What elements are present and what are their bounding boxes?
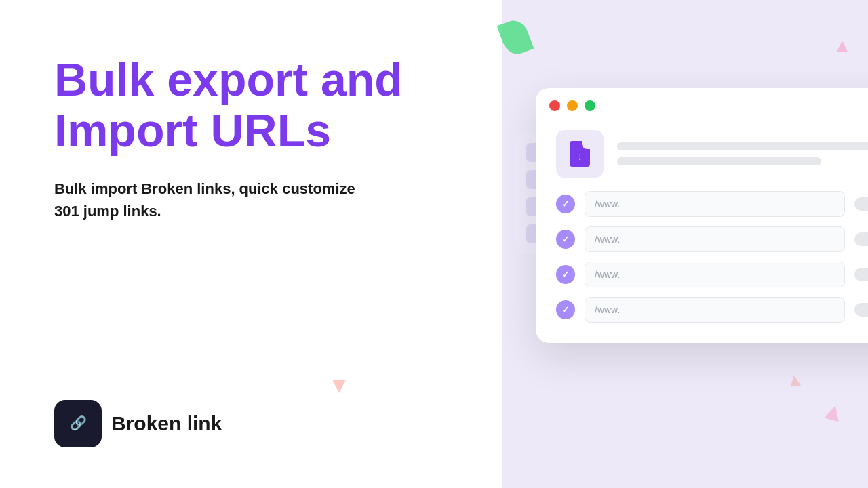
text-bar-long [617,142,868,150]
check-circle-3: ✓ [556,265,575,284]
url-text-1: /www. [595,199,620,209]
heading-line2: Import URLs [54,104,331,156]
svg-text:🔗: 🔗 [70,415,87,431]
url-input-1[interactable]: /www. [585,191,845,217]
url-input-2[interactable]: /www. [585,226,845,252]
heading-line1: Bulk export and [54,54,403,105]
browser-content: ↓ ✓ /www. [536,123,868,343]
deco-pink-bottom-right2 [789,375,802,388]
traffic-dot-yellow[interactable] [567,100,578,111]
file-shape: ↓ [570,141,590,167]
url-row: ✓ /www. [556,191,868,217]
url-row: ✓ /www. [556,262,868,287]
url-input-3[interactable]: /www. [585,262,845,287]
deco-green-leaf [497,17,534,58]
upload-section: ↓ [556,130,868,178]
upload-icon-inner: ↓ [570,141,590,167]
upload-text-bars [617,142,868,165]
browser-window: ↓ ✓ /www. [536,88,868,343]
app-logo-icon: 🔗 [54,400,102,447]
action-placeholder-4 [854,303,868,317]
check-circle-2: ✓ [556,230,575,249]
url-text-2: /www. [595,234,620,245]
main-heading: Bulk export and Import URLs [54,54,448,156]
url-rows-list: ✓ /www. ✓ /www. [556,191,868,323]
url-text-4: /www. [595,304,620,315]
url-row: ✓ /www. [556,297,868,323]
deco-pink-top [837,41,848,52]
url-input-4[interactable]: /www. [585,297,845,323]
left-content: Bulk export and Import URLs Bulk import … [54,54,448,222]
logo-area: 🔗 Broken link [54,400,448,447]
checkmark-icon: ✓ [561,199,570,209]
deco-pink-bottom-right [825,404,843,422]
deco-triangle-bottom-left [332,380,346,393]
check-circle-1: ✓ [556,195,575,214]
checkmark-icon: ✓ [561,304,570,315]
action-placeholder-3 [854,268,868,281]
sub-description: Bulk import Broken links, quick customiz… [54,178,366,222]
logo-text: Broken link [111,412,222,435]
browser-titlebar [536,88,868,123]
traffic-dot-green[interactable] [585,100,595,111]
traffic-dot-red[interactable] [549,100,560,111]
url-text-3: /www. [595,269,620,280]
action-placeholder-1 [854,197,868,211]
upload-icon-box: ↓ [556,130,604,178]
checkmark-icon: ✓ [561,234,570,245]
action-placeholder-2 [854,232,868,246]
check-circle-4: ✓ [556,300,575,319]
right-panel: ↓ ✓ /www. [502,0,868,488]
logo-svg: 🔗 [63,409,93,439]
text-bar-medium [617,157,821,165]
url-row: ✓ /www. [556,226,868,252]
file-corner [582,141,590,149]
download-arrow-icon: ↓ [577,150,583,163]
left-panel: Bulk export and Import URLs Bulk import … [0,0,502,488]
checkmark-icon: ✓ [561,269,570,280]
